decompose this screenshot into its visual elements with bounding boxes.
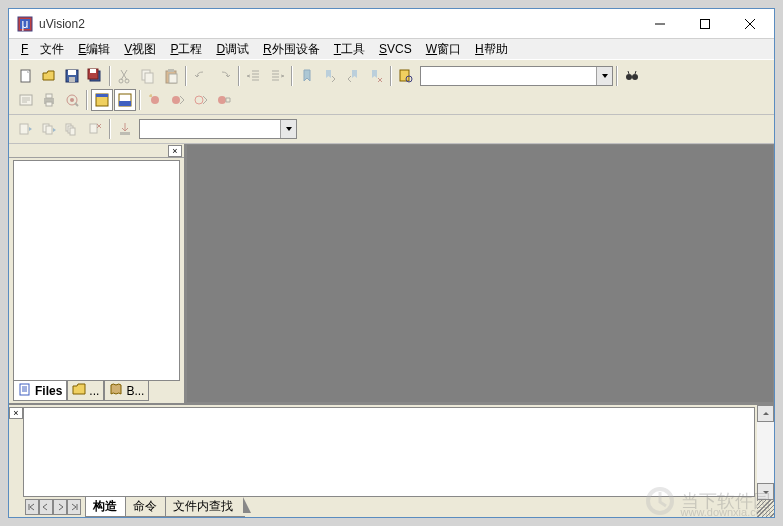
cut-button[interactable]: [114, 65, 136, 87]
menu-window[interactable]: W窗口: [420, 39, 467, 60]
svg-point-15: [125, 79, 129, 83]
menu-tools[interactable]: T工具: [328, 39, 371, 60]
menu-file[interactable]: F文件: [15, 39, 70, 60]
menu-edit[interactable]: E编辑: [72, 39, 116, 60]
workspace: × Files ... B...: [9, 144, 774, 403]
binoculars-find-button[interactable]: [621, 65, 643, 87]
svg-point-38: [218, 96, 226, 104]
menu-peripherals[interactable]: R外围设备: [257, 39, 326, 60]
open-file-button[interactable]: [38, 65, 60, 87]
translate-button[interactable]: [15, 118, 37, 140]
svg-rect-44: [70, 128, 75, 135]
separator: [291, 66, 293, 86]
tab-command[interactable]: 命令: [125, 497, 169, 517]
rebuild-button[interactable]: [61, 118, 83, 140]
target-combo[interactable]: [139, 119, 297, 139]
debug-button[interactable]: [61, 89, 83, 111]
tab-books[interactable]: B...: [104, 381, 149, 401]
folder-icon: [72, 382, 86, 399]
tab-build[interactable]: 构造: [85, 497, 129, 517]
svg-rect-43: [68, 126, 73, 133]
save-all-button[interactable]: [84, 65, 106, 87]
svg-rect-11: [90, 71, 100, 81]
find-in-files-button[interactable]: [395, 65, 417, 87]
svg-text:μ: μ: [22, 17, 29, 31]
redo-button[interactable]: [213, 65, 235, 87]
breakpoint-button[interactable]: [144, 89, 166, 111]
pane-close-button[interactable]: ×: [9, 407, 23, 419]
bookmark-prev-button[interactable]: [342, 65, 364, 87]
build-button[interactable]: [38, 118, 60, 140]
editor-area[interactable]: [186, 144, 774, 403]
window-title: uVision2: [39, 17, 637, 31]
menu-help[interactable]: H帮助: [469, 39, 514, 60]
tab-files[interactable]: Files: [13, 381, 67, 401]
build-toolbar: [9, 115, 774, 144]
titlebar[interactable]: μ uVision2: [9, 9, 774, 39]
svg-rect-40: [43, 124, 49, 132]
scroll-track[interactable]: [757, 422, 774, 483]
undo-button[interactable]: [190, 65, 212, 87]
menu-project[interactable]: P工程: [164, 39, 208, 60]
scroll-down-button[interactable]: [757, 483, 774, 500]
output-text[interactable]: [23, 407, 755, 497]
menu-svcs[interactable]: SVCS: [373, 40, 418, 58]
tab-last-button[interactable]: [67, 499, 81, 515]
bookmark-clear-button[interactable]: [365, 65, 387, 87]
book-icon: [109, 382, 123, 399]
find-combo[interactable]: [420, 66, 613, 86]
output-close-column: ×: [9, 405, 23, 517]
output-scrollbar: [757, 405, 774, 517]
download-button[interactable]: [114, 118, 136, 140]
project-pane: × Files ... B...: [9, 144, 186, 403]
tab-regs[interactable]: ...: [67, 381, 104, 401]
separator: [390, 66, 392, 86]
close-button[interactable]: [727, 9, 772, 38]
separator: [86, 90, 88, 110]
resize-grip[interactable]: [757, 500, 774, 517]
pane-close-button[interactable]: ×: [168, 145, 182, 157]
svg-rect-31: [96, 94, 108, 106]
disable-breakpoints-button[interactable]: [190, 89, 212, 111]
bookmark-next-button[interactable]: [319, 65, 341, 87]
output-window-button[interactable]: [114, 89, 136, 111]
scroll-up-button[interactable]: [757, 405, 774, 422]
svg-rect-46: [120, 132, 130, 135]
enable-breakpoints-button[interactable]: [213, 89, 235, 111]
bookmark-toggle-button[interactable]: [296, 65, 318, 87]
stop-build-button[interactable]: [84, 118, 106, 140]
svg-point-30: [70, 98, 74, 102]
svg-rect-17: [145, 73, 153, 83]
tab-prev-button[interactable]: [39, 499, 53, 515]
svg-rect-39: [20, 124, 28, 134]
project-tree[interactable]: [13, 160, 180, 381]
print-button[interactable]: [38, 89, 60, 111]
separator: [616, 66, 618, 86]
svg-rect-47: [20, 384, 29, 395]
project-window-button[interactable]: [91, 89, 113, 111]
indent-left-button[interactable]: [243, 65, 265, 87]
menu-view[interactable]: V视图: [118, 39, 162, 60]
dropdown-icon[interactable]: [280, 120, 296, 138]
svg-rect-19: [168, 69, 174, 72]
save-button[interactable]: [61, 65, 83, 87]
separator: [109, 66, 111, 86]
source-browser-button[interactable]: [15, 89, 37, 111]
svg-rect-0: [18, 17, 32, 31]
tab-first-button[interactable]: [25, 499, 39, 515]
maximize-button[interactable]: [682, 9, 727, 38]
paste-button[interactable]: [160, 65, 182, 87]
target-input[interactable]: [140, 120, 280, 138]
tab-next-button[interactable]: [53, 499, 67, 515]
copy-button[interactable]: [137, 65, 159, 87]
indent-right-button[interactable]: [266, 65, 288, 87]
menu-debug[interactable]: D调试: [210, 39, 255, 60]
kill-breakpoints-button[interactable]: [167, 89, 189, 111]
tab-find-in-files[interactable]: 文件内查找: [165, 497, 245, 517]
project-tabs: Files ... B...: [13, 381, 180, 403]
minimize-button[interactable]: [637, 9, 682, 38]
new-file-button[interactable]: [15, 65, 37, 87]
dropdown-icon[interactable]: [596, 67, 612, 85]
tab-books-label: B...: [126, 384, 144, 398]
find-input[interactable]: [421, 67, 596, 85]
